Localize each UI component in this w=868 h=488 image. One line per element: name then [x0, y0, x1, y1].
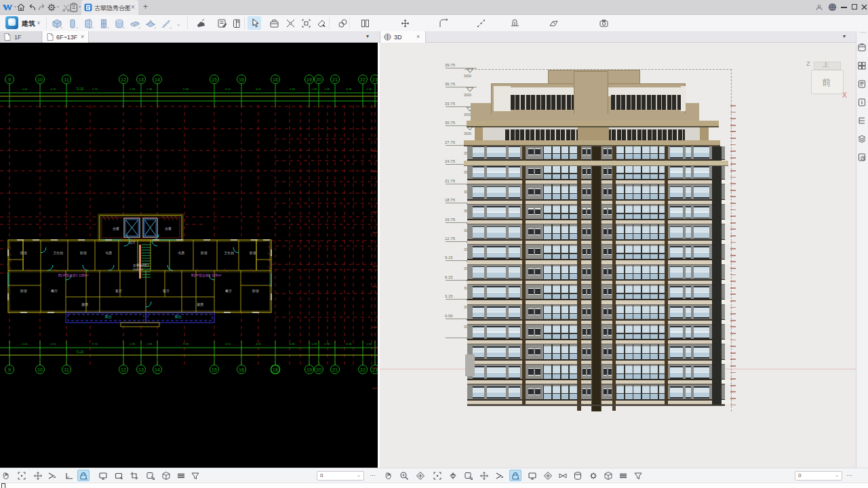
svg-text:13: 13 — [138, 367, 144, 372]
svg-text:8.38: 8.38 — [347, 87, 353, 91]
svg-text:B2户型边套1 128m²: B2户型边套1 128m² — [191, 273, 222, 278]
svg-text:4.15: 4.15 — [225, 87, 231, 91]
svg-text:18: 18 — [273, 77, 278, 82]
svg-text:21: 21 — [332, 367, 338, 372]
svg-text:10: 10 — [37, 77, 43, 82]
svg-text:11: 11 — [64, 77, 68, 82]
svg-text:餐厅: 餐厅 — [51, 289, 58, 293]
svg-text:1.98: 1.98 — [324, 87, 330, 91]
svg-text:9: 9 — [8, 367, 11, 372]
svg-text:卧室: 卧室 — [201, 251, 208, 255]
svg-text:1.98: 1.98 — [146, 87, 153, 91]
svg-text:厨房: 厨房 — [81, 302, 88, 306]
svg-text:1.28: 1.28 — [311, 87, 317, 91]
svg-text:4.05: 4.05 — [22, 342, 28, 346]
svg-text:9.98: 9.98 — [183, 342, 189, 346]
svg-text:交通核A区1: 交通核A区1 — [133, 263, 149, 267]
svg-text:书房: 书房 — [178, 251, 184, 255]
svg-text:71.20: 71.20 — [76, 87, 84, 91]
svg-text:19: 19 — [307, 367, 312, 372]
svg-text:卧室: 卧室 — [80, 251, 87, 255]
svg-text:卧室: 卧室 — [20, 251, 27, 255]
svg-text:合窗: 合窗 — [165, 226, 172, 231]
svg-text:客厅: 客厅 — [115, 289, 122, 293]
svg-text:书房: 书房 — [105, 251, 112, 255]
svg-text:4.05: 4.05 — [256, 342, 262, 346]
svg-text:4.15: 4.15 — [225, 342, 231, 346]
svg-text:22: 22 — [360, 367, 366, 372]
svg-text:6.85: 6.85 — [290, 342, 296, 346]
svg-text:阳台: 阳台 — [105, 314, 112, 319]
svg-text:9: 9 — [8, 77, 11, 82]
svg-text:10: 10 — [37, 367, 43, 372]
svg-text:12: 12 — [121, 367, 126, 372]
svg-text:9.98: 9.98 — [183, 87, 189, 91]
svg-text:卫生间: 卫生间 — [224, 251, 234, 256]
svg-text:1.98: 1.98 — [146, 342, 153, 346]
svg-text:卧室: 卧室 — [252, 289, 259, 293]
svg-text:1.98: 1.98 — [130, 87, 136, 91]
svg-text:卧室: 卧室 — [20, 289, 27, 293]
svg-text:4.05: 4.05 — [256, 87, 262, 91]
svg-text:11: 11 — [64, 367, 68, 372]
svg-text:1.58: 1.58 — [366, 87, 372, 91]
svg-text:1.28: 1.28 — [311, 342, 317, 346]
svg-text:阳台: 阳台 — [175, 314, 182, 319]
svg-text:15: 15 — [212, 77, 217, 82]
svg-text:4.15: 4.15 — [51, 342, 57, 346]
svg-text:19: 19 — [307, 77, 312, 82]
svg-text:8.38: 8.38 — [347, 342, 353, 346]
svg-text:22: 22 — [360, 77, 366, 82]
svg-text:6.85: 6.85 — [290, 87, 296, 91]
svg-text:过厅: 过厅 — [129, 240, 136, 244]
svg-text:合窗: 合窗 — [113, 226, 119, 231]
svg-text:16: 16 — [239, 77, 244, 82]
svg-text:卫生间: 卫生间 — [53, 251, 63, 256]
svg-text:13: 13 — [138, 77, 144, 82]
svg-text:15: 15 — [212, 367, 217, 372]
svg-text:1.98: 1.98 — [130, 342, 136, 346]
svg-text:12: 12 — [121, 77, 126, 82]
svg-text:254.3m²: 254.3m² — [133, 268, 143, 271]
svg-text:B2户型边套1 128m²: B2户型边套1 128m² — [58, 273, 89, 278]
svg-text:16: 16 — [239, 367, 244, 372]
svg-text:71.20: 71.20 — [76, 350, 84, 354]
svg-text:4.05: 4.05 — [22, 87, 28, 91]
svg-text:1.98: 1.98 — [324, 342, 330, 346]
svg-text:14: 14 — [155, 367, 160, 372]
svg-text:4.15: 4.15 — [51, 87, 57, 91]
svg-text:20: 20 — [316, 77, 321, 82]
svg-text:20: 20 — [316, 367, 321, 372]
svg-text:21: 21 — [332, 77, 338, 82]
svg-text:18: 18 — [273, 367, 278, 372]
svg-text:23: 23 — [372, 77, 378, 82]
svg-text:餐厅: 餐厅 — [225, 289, 232, 293]
svg-text:厨房: 厨房 — [197, 302, 203, 306]
svg-text:1.58: 1.58 — [366, 342, 372, 346]
svg-text:9.74: 9.74 — [92, 342, 98, 346]
svg-text:14: 14 — [155, 77, 160, 82]
svg-text:客厅: 客厅 — [163, 289, 170, 293]
svg-text:卧室: 卧室 — [250, 251, 256, 255]
svg-text:9.74: 9.74 — [92, 87, 98, 91]
